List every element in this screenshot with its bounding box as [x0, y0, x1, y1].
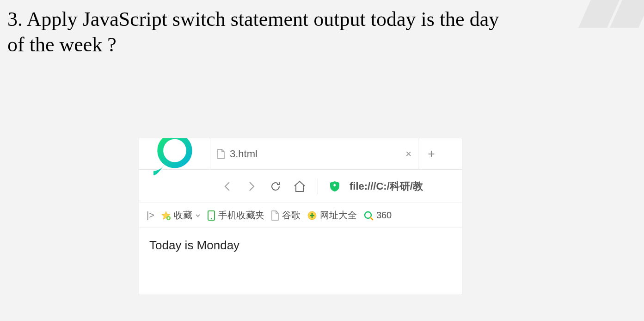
- browser-window: 3.html × + file:///C:/科研/教 |>: [139, 138, 462, 295]
- browser-tab-bar: 3.html × +: [139, 138, 462, 170]
- bookmark-label: 手机收藏夹: [218, 209, 264, 222]
- tab-close-icon[interactable]: ×: [405, 148, 411, 160]
- bookmark-mobile-favorites[interactable]: 手机收藏夹: [207, 209, 264, 222]
- bookmark-label: 360: [376, 210, 392, 221]
- file-icon: [271, 210, 279, 221]
- svg-point-5: [211, 218, 212, 219]
- forward-button[interactable]: [244, 179, 259, 194]
- star-icon: [161, 210, 171, 221]
- bookmark-label: 谷歌: [282, 209, 301, 222]
- home-button[interactable]: [292, 179, 307, 194]
- bookmark-expand-icon[interactable]: |>: [147, 210, 154, 221]
- phone-icon: [207, 210, 215, 221]
- page-output-text: Today is Monday: [149, 238, 239, 252]
- security-shield-icon[interactable]: [328, 180, 341, 193]
- page-content: Today is Monday: [139, 228, 462, 263]
- bookmark-360search[interactable]: 360: [363, 210, 392, 221]
- tab-title: 3.html: [230, 148, 401, 160]
- new-tab-button[interactable]: +: [418, 138, 444, 169]
- question-text: 3. Apply JavaScript switch statement out…: [0, 0, 509, 57]
- bookmark-label: 网址大全: [320, 209, 357, 222]
- bookmark-google[interactable]: 谷歌: [271, 209, 301, 222]
- back-button[interactable]: [220, 179, 235, 194]
- browser-tab[interactable]: 3.html ×: [210, 138, 418, 169]
- address-bar-url[interactable]: file:///C:/科研/教: [350, 179, 423, 193]
- reload-button[interactable]: [268, 179, 283, 194]
- bookmark-label: 收藏: [174, 209, 192, 222]
- plus-circle-icon: [307, 210, 317, 221]
- browser-logo: [139, 138, 210, 169]
- chevron-down-icon: [195, 213, 201, 218]
- search-360-icon: [363, 210, 374, 221]
- slide-corner-decoration: [585, 0, 644, 28]
- bookmark-site-directory[interactable]: 网址大全: [307, 209, 357, 222]
- bookmark-bar: |> 收藏 手机收藏夹 谷歌: [139, 203, 462, 228]
- file-icon: [217, 149, 225, 159]
- svg-rect-2: [334, 184, 336, 186]
- e-logo-icon: [153, 138, 196, 175]
- bookmark-favorites[interactable]: 收藏: [161, 209, 201, 222]
- nav-divider: [318, 179, 318, 194]
